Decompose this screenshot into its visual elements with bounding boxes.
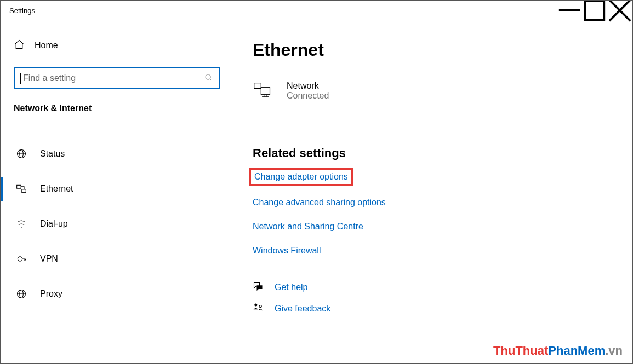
svg-point-21 (254, 304, 257, 307)
feedback-icon (253, 302, 264, 315)
watermark-b: PhanMem (548, 344, 605, 357)
content: Home Network & Internet Status (1, 20, 632, 364)
sidebar: Home Network & Internet Status (1, 20, 236, 364)
maximize-button[interactable] (582, 2, 607, 19)
main: Ethernet Network Connected Related setti… (236, 20, 632, 364)
sidebar-item-ethernet[interactable]: Ethernet (1, 171, 236, 206)
link-change-advanced-sharing[interactable]: Change advanced sharing options (253, 198, 386, 207)
network-status[interactable]: Network Connected (253, 81, 632, 102)
network-name: Network (287, 81, 329, 91)
help-row-get-help[interactable]: Get help (253, 281, 632, 293)
svg-rect-10 (22, 189, 26, 193)
svg-point-12 (18, 257, 22, 261)
globe-icon (16, 148, 27, 159)
ethernet-icon (16, 183, 27, 194)
sidebar-item-label: Ethernet (40, 184, 73, 194)
svg-rect-1 (585, 1, 605, 20)
home-label: Home (35, 41, 58, 50)
svg-point-22 (259, 305, 261, 307)
home-nav[interactable]: Home (1, 31, 236, 60)
sidebar-category: Network & Internet (1, 89, 236, 122)
sidebar-item-proxy[interactable]: Proxy (1, 276, 236, 311)
vpn-icon (16, 253, 27, 264)
link-change-adapter-options[interactable]: Change adapter options (249, 168, 353, 186)
network-monitor-icon (253, 81, 275, 102)
sidebar-item-label: VPN (40, 254, 58, 264)
sidebar-item-label: Status (40, 149, 65, 159)
search-icon (204, 73, 213, 84)
svg-line-5 (210, 79, 212, 80)
link-give-feedback[interactable]: Give feedback (275, 304, 330, 314)
window-title: Settings (9, 7, 35, 15)
close-button[interactable] (607, 2, 632, 19)
link-network-sharing-centre[interactable]: Network and Sharing Centre (253, 222, 363, 232)
help-row-feedback[interactable]: Give feedback (253, 302, 632, 315)
sidebar-item-status[interactable]: Status (1, 136, 236, 171)
proxy-icon (16, 288, 27, 299)
svg-point-4 (206, 74, 210, 79)
search-wrap (1, 67, 236, 89)
page-title: Ethernet (253, 40, 632, 60)
sidebar-item-vpn[interactable]: VPN (1, 241, 236, 276)
dialup-icon (16, 218, 27, 229)
chat-icon (253, 281, 264, 293)
watermark-c: .vn (605, 344, 623, 357)
watermark-a: ThuThuat (493, 344, 548, 357)
link-get-help[interactable]: Get help (275, 282, 307, 292)
titlebar: Settings (1, 1, 632, 20)
home-icon (14, 39, 25, 52)
svg-rect-16 (254, 83, 261, 89)
watermark: ThuThuatPhanMem.vn (493, 344, 623, 358)
minimize-button[interactable] (557, 2, 582, 19)
window-controls (557, 2, 632, 19)
svg-point-11 (21, 227, 22, 227)
related-links: Change adapter options Change advanced s… (253, 170, 632, 256)
svg-rect-17 (261, 88, 270, 95)
sidebar-item-label: Proxy (40, 289, 62, 299)
related-settings-title: Related settings (253, 146, 632, 160)
help-links: Get help Give feedback (253, 281, 632, 315)
search-box[interactable] (14, 67, 220, 89)
link-windows-firewall[interactable]: Windows Firewall (253, 246, 321, 256)
network-status-text: Network Connected (287, 81, 329, 101)
sidebar-item-label: Dial-up (40, 219, 68, 229)
search-input[interactable] (23, 73, 204, 83)
sidebar-nav: Status Ethernet Dial-up VPN (1, 136, 236, 311)
svg-rect-9 (17, 185, 21, 188)
network-status-label: Connected (287, 91, 329, 101)
sidebar-item-dialup[interactable]: Dial-up (1, 206, 236, 241)
text-cursor (20, 73, 21, 84)
